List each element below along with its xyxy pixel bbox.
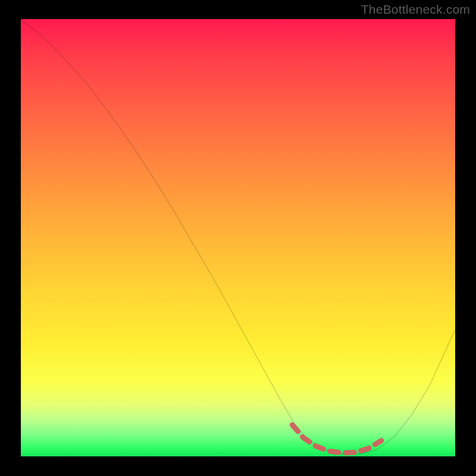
plot-area (21, 19, 455, 456)
chart-svg (21, 19, 455, 456)
chart-frame: TheBottleneck.com (0, 0, 476, 476)
watermark-text: TheBottleneck.com (361, 2, 470, 17)
bottleneck-curve (21, 19, 455, 454)
highlight-band (292, 425, 381, 453)
